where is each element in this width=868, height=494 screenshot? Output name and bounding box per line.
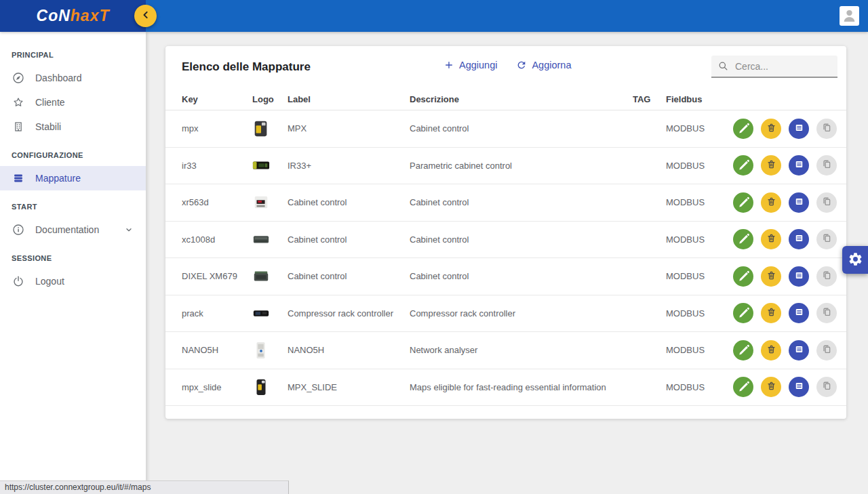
edit-button[interactable]	[733, 229, 753, 249]
row-actions	[713, 192, 837, 213]
sidebar-item-label: Stabili	[35, 121, 61, 132]
delete-button[interactable]	[761, 155, 781, 176]
details-button[interactable]	[789, 340, 809, 361]
card-header: Elenco delle Mappature Aggiungi Aggiorna	[165, 46, 846, 88]
copy-icon	[820, 342, 834, 358]
list-icon	[12, 171, 25, 185]
cell-label: Compressor rack controller	[288, 308, 410, 318]
delete-button[interactable]	[761, 119, 781, 139]
search-input[interactable]	[734, 60, 832, 73]
cell-label: Cabinet control	[288, 234, 410, 245]
copy-button[interactable]	[816, 266, 837, 287]
table-row: DIXEL XM679 Cabinet control Cabinet cont…	[165, 258, 846, 295]
trash-icon	[764, 157, 778, 173]
sidebar-item-mappature[interactable]: Mappature	[0, 166, 146, 190]
row-actions	[713, 119, 837, 139]
cell-key: ir33	[182, 161, 252, 171]
sidebar-item-documentation[interactable]: Documentation	[0, 218, 146, 242]
row-actions	[713, 155, 837, 176]
delete-button[interactable]	[761, 340, 781, 361]
copy-button[interactable]	[816, 192, 837, 213]
cell-descrizione: Cabinet control	[410, 197, 633, 207]
copy-button[interactable]	[816, 155, 837, 176]
list-icon	[792, 342, 806, 358]
sidebar-item-label: Documentation	[35, 224, 99, 235]
copy-icon	[820, 157, 834, 173]
device-logo	[252, 304, 288, 322]
card-actions: Aggiungi Aggiorna	[443, 60, 571, 70]
refresh-button[interactable]: Aggiorna	[516, 60, 571, 70]
power-icon	[12, 274, 25, 288]
device-logo	[252, 120, 288, 138]
cell-descrizione: Cabinet control	[410, 234, 633, 245]
sidebar-item-stabili[interactable]: Stabili	[0, 115, 146, 139]
cell-fieldbus: MODBUS	[666, 271, 713, 281]
plus-icon	[443, 60, 454, 70]
cell-key: xr563d	[182, 197, 252, 207]
delete-button[interactable]	[761, 229, 781, 249]
page-title: Elenco delle Mappature	[182, 60, 311, 74]
copy-icon	[820, 305, 834, 321]
edit-button[interactable]	[733, 266, 753, 287]
sidebar-collapse-button[interactable]	[134, 5, 157, 27]
details-button[interactable]	[789, 155, 809, 176]
sidebar-section-label: CONFIGURAZIONE	[0, 139, 146, 166]
copy-button[interactable]	[816, 229, 837, 249]
details-button[interactable]	[789, 266, 809, 287]
details-button[interactable]	[789, 377, 809, 397]
delete-button[interactable]	[761, 266, 781, 287]
copy-button[interactable]	[816, 119, 837, 139]
refresh-icon	[516, 60, 527, 70]
mappings-card: Elenco delle Mappature Aggiungi Aggiorna	[165, 46, 846, 419]
sidebar-item-label: Dashboard	[35, 73, 82, 83]
column-header-tag: TAG	[633, 94, 666, 104]
brand-logo: CoNhaxT	[37, 7, 110, 25]
details-button[interactable]	[789, 119, 809, 139]
row-actions	[713, 377, 837, 397]
column-header-logo: Logo	[252, 94, 288, 104]
sidebar-item-dashboard[interactable]: Dashboard	[0, 66, 146, 90]
top-header: CoNhaxT	[0, 0, 868, 32]
list-icon	[792, 194, 806, 211]
cell-label: MPX	[288, 123, 410, 133]
details-button[interactable]	[789, 229, 809, 249]
copy-icon	[820, 268, 834, 285]
brand-text-orange: haxT	[71, 7, 110, 24]
delete-button[interactable]	[761, 192, 781, 213]
delete-button[interactable]	[761, 303, 781, 323]
details-button[interactable]	[789, 192, 809, 213]
chevron-down-icon	[123, 224, 135, 236]
edit-button[interactable]	[733, 303, 753, 323]
settings-button[interactable]	[842, 246, 868, 274]
column-header-descrizione: Descrizione	[410, 94, 633, 104]
column-header-fieldbus: Fieldbus	[666, 94, 713, 104]
edit-button[interactable]	[733, 119, 753, 139]
sidebar-item-cliente[interactable]: Cliente	[0, 90, 146, 115]
add-button[interactable]: Aggiungi	[443, 60, 497, 70]
cell-fieldbus: MODBUS	[666, 197, 713, 207]
user-avatar[interactable]	[840, 6, 859, 26]
delete-button[interactable]	[761, 377, 781, 397]
copy-button[interactable]	[816, 303, 837, 323]
search-box[interactable]	[711, 56, 837, 78]
device-logo	[252, 230, 288, 248]
copy-button[interactable]	[816, 377, 837, 397]
edit-button[interactable]	[733, 377, 753, 397]
sidebar-item-logout[interactable]: Logout	[0, 269, 146, 293]
add-button-label: Aggiungi	[459, 60, 497, 70]
sidebar-item-label: Mappature	[35, 173, 81, 184]
column-header-label: Label	[288, 94, 410, 104]
list-icon	[792, 231, 806, 247]
table-row: mpx MPX Cabinet control MODBUS	[165, 110, 846, 148]
details-button[interactable]	[789, 303, 809, 323]
pencil-icon	[736, 342, 751, 358]
edit-button[interactable]	[733, 155, 753, 176]
copy-icon	[820, 231, 834, 247]
edit-button[interactable]	[733, 340, 753, 361]
cell-fieldbus: MODBUS	[666, 345, 713, 355]
edit-button[interactable]	[733, 192, 753, 213]
copy-button[interactable]	[816, 340, 837, 361]
cell-key: mpx	[182, 123, 252, 133]
cell-fieldbus: MODBUS	[666, 382, 713, 392]
device-logo	[252, 268, 288, 285]
